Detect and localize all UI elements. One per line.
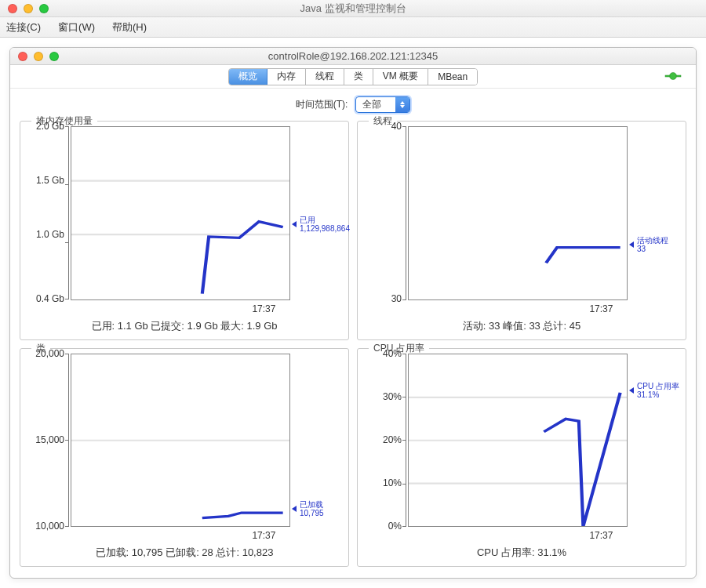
series-marker-heap: 已用1,129,988,864 — [292, 216, 350, 233]
y-tick: 10,000 — [35, 521, 64, 532]
svg-point-0 — [670, 73, 677, 80]
time-range-select[interactable]: 全部 — [355, 96, 410, 113]
x-tick: 17:37 — [589, 530, 613, 541]
app-title: Java 监视和管理控制台 — [0, 2, 706, 16]
time-range-row: 时间范围(T): 全部 — [10, 89, 696, 116]
y-tick: 1.0 Gb — [36, 229, 64, 240]
time-range-value: 全部 — [356, 98, 395, 111]
inner-window: controlRole@192.168.202.121:12345 概览内存线程… — [9, 47, 697, 579]
panel-classes: 类20,00015,00010,000已加载10,79517:37已加载: 10… — [20, 348, 349, 568]
svg-rect-1 — [665, 75, 670, 77]
plot-classes — [71, 354, 290, 528]
svg-rect-2 — [676, 75, 681, 77]
y-tick: 15,000 — [35, 434, 64, 445]
time-range-label: 时间范围(T): — [296, 98, 348, 111]
menu-connect[interactable]: 连接(C) — [6, 20, 41, 34]
y-tick: 0% — [388, 521, 402, 532]
tab-0[interactable]: 概览 — [229, 69, 267, 85]
x-tick: 17:37 — [589, 303, 613, 314]
summary-classes: 已加载: 10,795 已卸载: 28 总计: 10,823 — [20, 543, 348, 566]
y-tick: 0.4 Gb — [36, 293, 64, 304]
x-tick: 17:37 — [252, 530, 275, 541]
y-axis-threads: 4030 — [361, 126, 406, 314]
panel-cpu: CPU 占用率40%30%20%10%0%CPU 占用率31.1%17:37CP… — [357, 348, 686, 568]
tab-3[interactable]: 类 — [344, 69, 373, 85]
tab-bar: 概览内存线程类VM 概要MBean — [10, 65, 696, 89]
menu-window[interactable]: 窗口(W) — [58, 20, 95, 34]
y-tick: 40 — [391, 121, 402, 132]
inner-titlebar: controlRole@192.168.202.121:12345 — [10, 48, 696, 65]
tab-5[interactable]: MBean — [428, 69, 477, 85]
doc-title: controlRole@192.168.202.121:12345 — [10, 50, 696, 62]
tab-segmented: 概览内存线程类VM 概要MBean — [228, 68, 478, 85]
summary-heap: 已用: 1.1 Gb 已提交: 1.9 Gb 最大: 1.9 Gb — [20, 316, 348, 339]
y-tick: 30% — [383, 391, 402, 402]
y-tick: 20,000 — [35, 348, 64, 359]
y-axis-cpu: 40%30%20%10%0% — [361, 354, 406, 542]
select-stepper-icon — [395, 97, 409, 112]
series-marker-cpu: CPU 占用率31.1% — [629, 382, 679, 399]
menubar: 连接(C) 窗口(W) 帮助(H) — [0, 17, 706, 38]
y-axis-heap: 2.0 Gb1.5 Gb1.0 Gb0.4 Gb — [24, 126, 69, 314]
y-tick: 10% — [383, 477, 402, 488]
y-tick: 1.5 Gb — [36, 175, 64, 186]
panel-heap: 堆内存使用量2.0 Gb1.5 Gb1.0 Gb0.4 Gb已用1,129,98… — [20, 121, 349, 340]
x-tick: 17:37 — [252, 303, 275, 314]
series-marker-classes: 已加载10,795 — [292, 500, 324, 517]
y-tick: 2.0 Gb — [36, 121, 64, 132]
y-tick: 20% — [383, 434, 402, 445]
tab-1[interactable]: 内存 — [267, 69, 306, 85]
tab-4[interactable]: VM 概要 — [373, 69, 428, 85]
menu-help[interactable]: 帮助(H) — [112, 20, 147, 34]
outer-titlebar: Java 监视和管理控制台 — [0, 0, 706, 17]
panel-threads: 线程4030活动线程3317:37活动: 33 峰值: 33 总计: 45 — [357, 121, 686, 340]
plot-threads — [408, 126, 628, 300]
series-marker-threads: 活动线程33 — [629, 236, 668, 253]
tab-2[interactable]: 线程 — [306, 69, 344, 85]
summary-cpu: CPU 占用率: 31.1% — [358, 543, 686, 566]
y-tick: 40% — [383, 348, 402, 359]
y-axis-classes: 20,00015,00010,000 — [24, 354, 69, 542]
plot-heap — [71, 126, 290, 300]
connection-status-icon — [664, 70, 682, 82]
plot-cpu — [408, 354, 628, 528]
summary-threads: 活动: 33 峰值: 33 总计: 45 — [358, 316, 686, 339]
y-tick: 30 — [391, 293, 402, 304]
